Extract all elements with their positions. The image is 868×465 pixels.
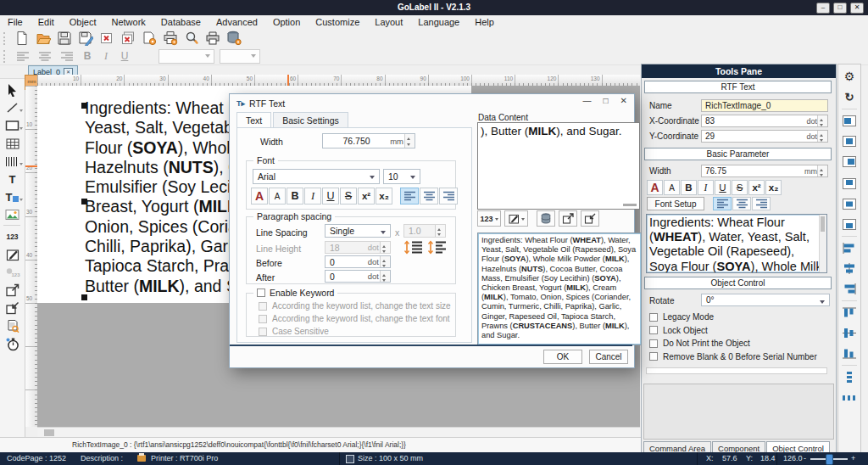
new-label-icon[interactable] [14,30,31,47]
line-spacing-decrease-icon[interactable] [427,239,448,257]
printer-setup-icon[interactable] [162,30,179,47]
select-tool[interactable] [3,81,22,98]
align-center-button[interactable] [732,197,751,210]
text-edit-tool[interactable] [3,246,22,263]
menu-language[interactable]: Language [410,17,467,27]
font-family-select[interactable]: Arial [253,169,380,184]
superscript-button[interactable]: x² [358,188,375,204]
checkbox[interactable] [649,352,658,361]
align-left-button[interactable] [400,188,419,204]
align-left-edges-icon[interactable] [842,241,857,255]
chevron-down-icon[interactable] [19,163,23,167]
zoom-out-button[interactable]: - [804,454,806,462]
import-object-tool[interactable] [3,300,22,317]
align-right-edges-icon[interactable] [842,282,857,295]
menu-file[interactable]: File [0,17,31,27]
database-source-button[interactable] [537,210,555,227]
distribute-vertically-icon[interactable] [842,370,857,384]
image-tool[interactable] [3,206,22,223]
menu-edit[interactable]: Edit [31,17,62,27]
underline-button[interactable]: U [715,180,731,195]
align-center-horizontal-icon[interactable] [842,134,857,148]
data-content-area[interactable]: ), Butter (MILK), and Sugar. [477,122,640,210]
subscript-button[interactable]: x₂ [765,180,782,195]
scrollbar-thumb[interactable] [623,204,637,206]
serial-number-button[interactable]: 123 [477,210,501,227]
width-input[interactable]: 76.75mm [701,165,828,177]
maximize-button[interactable]: □ [833,3,847,14]
align-right-icon[interactable] [58,48,75,64]
edit-data-button[interactable] [504,210,528,227]
tab-basic-settings[interactable]: Basic Settings [273,112,348,127]
after-input[interactable]: 0dot [325,270,391,283]
align-middle-icon[interactable] [842,197,857,210]
line-tool[interactable] [3,99,22,116]
selection-handle[interactable] [81,103,87,109]
cancel-button[interactable]: Cancel [589,350,628,364]
italic-button[interactable]: I [99,50,113,63]
find-object-icon[interactable] [183,30,200,47]
zoom-slider[interactable] [810,458,848,460]
close-label-icon[interactable] [98,30,115,47]
align-center-icon[interactable] [36,48,53,64]
underline-button[interactable]: U [118,50,131,62]
chevron-down-icon[interactable] [19,109,23,114]
align-left-icon[interactable] [14,48,31,64]
barcode-tool[interactable] [3,153,22,170]
export-object-tool[interactable] [3,282,22,299]
align-center-button[interactable] [420,188,438,204]
align-right-icon[interactable] [842,154,857,168]
bold-button[interactable]: B [81,50,94,62]
close-all-icon[interactable] [120,30,136,47]
width-spinner[interactable] [404,134,415,148]
subscript-button[interactable]: x₂ [376,188,392,204]
menu-customize[interactable]: Customize [308,17,367,27]
superscript-button[interactable]: x² [748,180,765,195]
settings-gear-icon[interactable]: ⚙ [842,70,857,83]
serial-number-tool[interactable]: 123 [3,228,22,245]
center-vertically-icon[interactable] [842,326,857,339]
y-coordinate-input[interactable]: 29dot [701,130,828,143]
object-control-checkbox[interactable]: Lock Object [649,326,708,335]
section-basic-parameter[interactable]: Basic Parameter [644,148,832,160]
width-spinner[interactable] [817,165,827,176]
bold-button[interactable]: B [681,180,697,195]
toolbar-drag-handle[interactable] [3,50,7,63]
tab-text[interactable]: Text [236,112,271,127]
align-top-icon[interactable] [842,176,857,190]
align-bottom-icon[interactable] [842,217,857,231]
rich-text-tool[interactable]: T [3,188,22,205]
align-top-edges-icon[interactable] [842,305,857,319]
object-control-checkbox[interactable]: Legacy Mode [649,312,714,322]
close-button[interactable]: ✕ [850,3,864,14]
font-setup-button[interactable]: Font Setup [647,197,704,210]
scheduler-tool[interactable] [3,335,22,352]
text-tool[interactable]: T [3,171,22,188]
italic-button[interactable]: I [698,180,714,195]
checkbox[interactable] [649,313,658,322]
keyword-option[interactable]: According the keyword list, change the t… [259,301,455,311]
table-tool[interactable] [3,135,22,152]
chevron-down-icon[interactable] [19,199,23,203]
menu-database[interactable]: Database [153,17,209,27]
toolbar-drag-handle[interactable] [3,32,7,45]
x-coordinate-input[interactable]: 83dot [701,115,828,127]
section-object-control[interactable]: Object Control [644,277,832,289]
width-input[interactable]: 76.750 mm [322,133,415,148]
dialog-close-icon[interactable]: ✕ [620,96,627,105]
align-right-button[interactable] [752,197,771,210]
checkbox[interactable] [649,326,658,334]
ok-button[interactable]: OK [543,350,582,364]
selection-handle[interactable] [81,294,87,300]
menu-network[interactable]: Network [104,17,153,27]
checkbox[interactable] [649,339,658,348]
font-color-button[interactable]: A [251,188,268,204]
font-color-button[interactable]: A [647,180,663,195]
font-size-small-button[interactable]: A [664,180,680,195]
zoom-slider-handle[interactable] [826,454,833,465]
object-control-checkbox[interactable]: Remove Blank & 0 Before Serial Number [649,352,817,361]
align-bottom-edges-icon[interactable] [842,346,857,360]
rtf-content-editor[interactable]: Ingredients: Wheat Flour (WHEAT), Water,… [646,214,827,273]
scrollbar-thumb[interactable] [44,429,54,436]
label-setup-icon[interactable] [141,30,158,47]
